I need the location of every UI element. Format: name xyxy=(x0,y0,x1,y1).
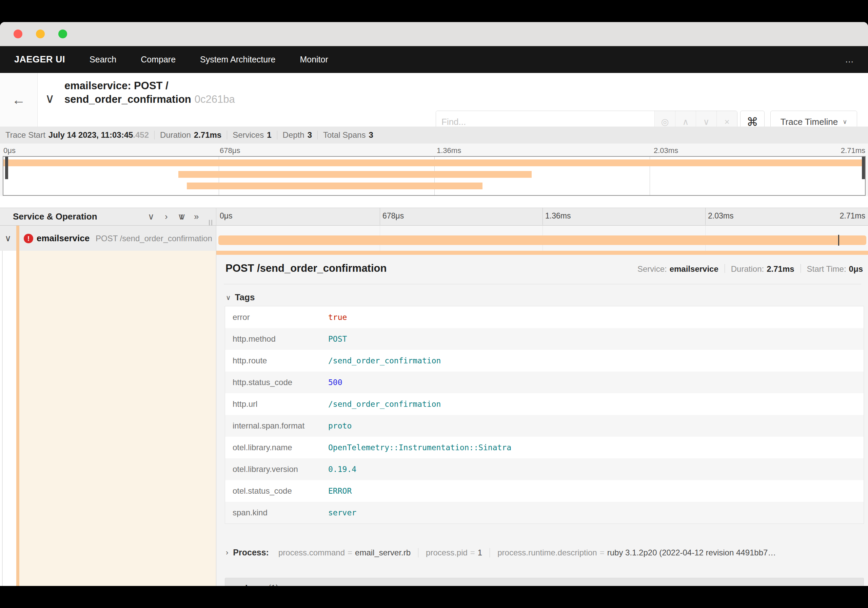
trace-id-short: 0c261ba xyxy=(195,93,235,105)
tag-key: otel.library.version xyxy=(225,465,328,474)
tag-row[interactable]: http.method POST xyxy=(225,328,863,350)
nav-item-monitor[interactable]: Monitor xyxy=(300,54,328,64)
tag-value: 0.19.4 xyxy=(328,465,356,474)
timeline-tick: 678μs xyxy=(383,211,404,221)
tag-row[interactable]: error true xyxy=(225,306,863,328)
tag-value: server xyxy=(328,508,356,517)
minimap-left-handle[interactable] xyxy=(5,157,8,179)
tag-key: internal.span.format xyxy=(225,421,328,431)
timeline-tick: 0μs xyxy=(220,211,232,221)
zoom-window-button[interactable] xyxy=(58,30,67,38)
tag-row[interactable]: http.route /send_order_confirmation xyxy=(225,350,863,372)
trace-title-line2: send_order_confirmation xyxy=(64,93,191,105)
tag-value: POST xyxy=(328,334,347,344)
tag-row[interactable]: http.url /send_order_confirmation xyxy=(225,393,863,415)
tag-row[interactable]: otel.library.version 0.19.4 xyxy=(225,459,863,480)
jaeger-logo[interactable]: JAEGER UI xyxy=(14,54,65,65)
total-spans-value: 3 xyxy=(369,130,373,140)
tag-value: true xyxy=(328,313,347,322)
span-detail-accent-strip xyxy=(216,251,868,255)
span-service-name: emailservice xyxy=(37,233,90,244)
span-duration-bar[interactable] xyxy=(219,235,866,245)
services-label: Services xyxy=(232,130,264,140)
process-tag-key: process.runtime.description xyxy=(498,548,597,557)
tag-key: otel.library.name xyxy=(225,443,328,452)
expand-all-icon[interactable]: » xyxy=(194,212,199,221)
trace-start-fraction: .452 xyxy=(133,130,149,140)
nav-item-system-architecture[interactable]: System Architecture xyxy=(200,54,275,64)
span-row-timeline[interactable] xyxy=(216,225,868,251)
logs-label: Logs xyxy=(245,583,265,586)
tag-key: span.kind xyxy=(225,508,328,518)
span-detail-title: POST /send_order_confirmation xyxy=(225,262,637,274)
total-spans-group: Total Spans 3 xyxy=(323,130,373,140)
total-spans-label: Total Spans xyxy=(323,130,366,140)
tag-key: http.route xyxy=(225,356,328,365)
trace-minimap[interactable] xyxy=(3,156,866,196)
nav-item-search[interactable]: Search xyxy=(90,54,116,64)
chevron-right-icon: › xyxy=(226,548,228,557)
duration-label: Duration xyxy=(160,130,191,140)
detail-start-group: Start Time: 0μs xyxy=(807,264,863,274)
minimap-span-bar xyxy=(178,171,532,178)
tag-key: otel.status_code xyxy=(225,486,328,496)
tag-row[interactable]: http.status_code 500 xyxy=(225,372,863,393)
tag-value: OpenTelemetry::Instrumentation::Sinatra xyxy=(328,443,511,452)
chevron-down-icon: ∨ xyxy=(843,118,847,126)
browser-window: JAEGER UI Search Compare System Architec… xyxy=(0,22,868,586)
tree-indent-guide xyxy=(2,251,3,586)
app-navbar: JAEGER UI Search Compare System Architec… xyxy=(0,46,868,73)
tag-key: http.url xyxy=(225,399,328,409)
trace-collapse-icon[interactable]: ∨ xyxy=(45,92,54,105)
trace-view-selected: Trace Timeline xyxy=(781,117,838,127)
collapse-one-icon[interactable]: ∨ xyxy=(148,212,154,221)
trace-title: emailservice: POST / send_order_confirma… xyxy=(64,79,235,106)
trace-start-label: Trace Start xyxy=(5,130,45,140)
detail-duration-label: Duration: xyxy=(731,264,764,274)
process-section-toggle[interactable]: › Process: process.command = email_serve… xyxy=(226,547,776,557)
screen-bottom-bezel xyxy=(0,586,868,608)
back-button[interactable]: ← xyxy=(0,73,38,126)
nav-overflow-icon[interactable]: … xyxy=(845,54,854,65)
selected-span-highlight xyxy=(19,251,216,586)
process-label: Process: xyxy=(233,547,269,557)
detail-service-label: Service: xyxy=(637,264,667,274)
tags-section-toggle[interactable]: ∨ Tags xyxy=(226,292,255,303)
duration-group: Duration 2.71ms xyxy=(160,130,222,140)
ruler-tick: 2.03ms xyxy=(654,146,678,155)
process-tag-value: ruby 3.1.2p20 (2022-04-12 revision 4491b… xyxy=(607,548,776,557)
detail-service-value: emailservice xyxy=(670,264,718,274)
close-window-button[interactable] xyxy=(14,30,22,38)
trace-start-value: July 14 2023, 11:03:45 xyxy=(48,130,133,140)
minimap-span-bar xyxy=(187,182,482,189)
screen: JAEGER UI Search Compare System Architec… xyxy=(0,0,868,608)
expand-one-icon[interactable]: › xyxy=(165,212,168,221)
ruler-tick: 1.36ms xyxy=(437,146,461,155)
screen-top-bezel xyxy=(0,0,868,22)
tag-row[interactable]: otel.status_code ERROR xyxy=(225,480,863,502)
detail-start-label: Start Time: xyxy=(807,264,846,274)
tag-key: http.method xyxy=(225,334,328,344)
trace-page-header: ← ∨ emailservice: POST / send_order_conf… xyxy=(0,73,868,126)
process-tag-value: 1 xyxy=(478,548,482,557)
trace-meta-bar: Trace Start July 14 2023, 11:03:45 .452 … xyxy=(0,126,868,143)
tag-value: /send_order_confirmation xyxy=(328,400,441,409)
minimap-right-handle[interactable] xyxy=(862,157,865,179)
span-end-marker xyxy=(838,235,839,246)
depth-group: Depth 3 xyxy=(283,130,312,140)
chevron-down-icon[interactable]: ∨ xyxy=(5,233,11,244)
tag-row[interactable]: internal.span.format proto xyxy=(225,415,863,437)
logs-section-toggle[interactable]: › Logs (1) xyxy=(225,578,864,586)
duration-value: 2.71ms xyxy=(194,130,222,140)
nav-item-compare[interactable]: Compare xyxy=(141,54,176,64)
ruler-tick: 2.71ms xyxy=(841,146,865,155)
services-group: Services 1 xyxy=(232,130,271,140)
tag-row[interactable]: span.kind server xyxy=(225,502,863,524)
tag-row[interactable]: otel.library.name OpenTelemetry::Instrum… xyxy=(225,437,863,459)
minimize-window-button[interactable] xyxy=(36,30,45,38)
span-row-emailservice[interactable]: ∨ ! emailservice POST /send_order_confir… xyxy=(0,225,868,251)
timeline-tick: 1.36ms xyxy=(545,211,570,221)
chevron-down-icon: ∨ xyxy=(226,294,231,302)
back-arrow-icon: ← xyxy=(12,92,25,107)
collapse-all-icon[interactable]: ∨∨ xyxy=(178,212,181,221)
